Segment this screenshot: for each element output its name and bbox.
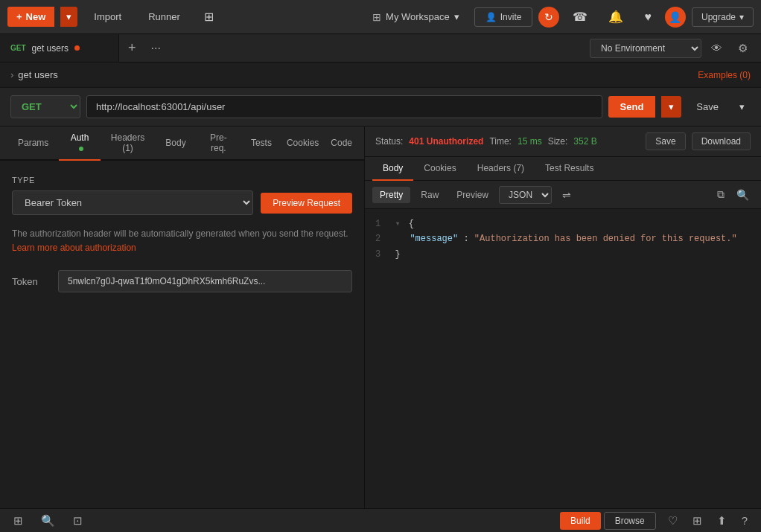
build-button[interactable]: Build — [560, 512, 601, 530]
status-label: Status: — [375, 136, 403, 147]
json-line-2: 2 "message" : "Authorization has been de… — [375, 231, 751, 246]
resp-tab-cookies[interactable]: Cookies — [413, 157, 466, 181]
response-status-bar: Status: 401 Unauthorized Time: 15 ms Siz… — [365, 126, 761, 157]
resp-tab-body[interactable]: Body — [372, 157, 413, 181]
save-dropdown-button[interactable]: ▾ — [733, 96, 751, 118]
search-body-button[interactable]: 🔍 — [732, 185, 754, 204]
type-label: TYPE — [12, 176, 352, 185]
avatar-button[interactable]: 👤 — [665, 7, 686, 28]
tab-more-button[interactable]: ··· — [145, 42, 167, 55]
breadcrumb-arrow: › — [10, 69, 13, 80]
tab-headers[interactable]: Headers (1) — [101, 126, 156, 161]
download-button[interactable]: Download — [692, 132, 751, 150]
tab-tests[interactable]: Tests — [241, 126, 282, 161]
bottom-console-button[interactable]: ⊡ — [67, 511, 89, 531]
url-input[interactable] — [86, 95, 602, 118]
json-line-3: 3 } — [375, 247, 751, 262]
tab-auth[interactable]: Auth — [59, 126, 100, 161]
left-panel: Params Auth Headers (1) Body Pre-req. Te… — [0, 126, 365, 510]
tab-body[interactable]: Body — [155, 126, 196, 161]
bottom-search-button[interactable]: 🔍 — [35, 511, 61, 531]
time-value: 15 ms — [518, 136, 542, 147]
bottom-grid-button[interactable]: ⊞ — [687, 511, 708, 531]
upgrade-label: Upgrade — [701, 12, 736, 22]
examples-link[interactable]: Examples (0) — [698, 70, 751, 80]
notification-icon-button[interactable]: 🔔 — [601, 5, 631, 28]
tab-prereq[interactable]: Pre-req. — [197, 126, 241, 161]
bottom-bar: ⊞ 🔍 ⊡ Build Browse ♡ ⊞ ⬆ ? — [0, 508, 761, 532]
url-bar: GET POST PUT DELETE Send ▾ Save ▾ — [0, 88, 761, 126]
favorites-icon-button[interactable]: ♥ — [637, 6, 659, 28]
layout-icon-button[interactable]: ⊞ — [197, 5, 221, 28]
sync-icon-button[interactable]: ↻ — [538, 7, 559, 28]
auth-type-select[interactable]: Bearer Token — [12, 190, 253, 215]
tabs-bar: GET get users + ··· No Environment 👁 ⚙ — [0, 34, 761, 63]
send-button[interactable]: Send — [608, 96, 656, 118]
user-icon-button[interactable]: ☎ — [565, 5, 595, 28]
workspace-chevron: ▾ — [454, 11, 459, 22]
breadcrumb-text: get users — [18, 69, 57, 80]
bottom-heart-button[interactable]: ♡ — [662, 511, 684, 531]
save-button[interactable]: Save — [687, 96, 727, 118]
resp-tab-test-results[interactable]: Test Results — [535, 157, 604, 181]
status-value: 401 Unauthorized — [409, 136, 483, 147]
method-select[interactable]: GET POST PUT DELETE — [10, 95, 80, 118]
new-label: New — [26, 11, 46, 22]
env-settings-button[interactable]: ⚙ — [732, 39, 754, 58]
request-tab[interactable]: GET get users — [0, 34, 119, 62]
new-dropdown-button[interactable]: ▾ — [60, 7, 77, 27]
new-tab-button[interactable]: + — [119, 34, 145, 62]
learn-more-link[interactable]: Learn more about authorization — [12, 243, 136, 253]
env-eye-button[interactable]: 👁 — [705, 39, 728, 57]
view-raw-button[interactable]: Raw — [413, 187, 446, 203]
auth-info-text: The authorization header will be automat… — [12, 227, 352, 255]
auth-panel: TYPE Bearer Token Preview Request The au… — [0, 161, 364, 510]
format-select[interactable]: JSON XML HTML — [499, 186, 552, 204]
token-label: Token — [12, 276, 49, 287]
time-label: Time: — [489, 136, 512, 147]
main-layout: Params Auth Headers (1) Body Pre-req. Te… — [0, 126, 761, 510]
tab-cookies[interactable]: Cookies — [282, 132, 323, 154]
collapse-icon-1[interactable]: ▾ — [395, 219, 400, 229]
bottom-layout-button[interactable]: ⊞ — [7, 511, 29, 531]
resp-tab-headers[interactable]: Headers (7) — [467, 157, 535, 181]
upgrade-chevron: ▾ — [739, 12, 744, 22]
environment-select[interactable]: No Environment — [590, 39, 701, 58]
new-button[interactable]: + New — [7, 7, 54, 27]
workspace-button[interactable]: ⊞ My Workspace ▾ — [363, 7, 468, 28]
tab-unsaved-dot — [74, 45, 80, 51]
wrap-btn[interactable]: ⇌ — [555, 186, 579, 204]
tab-name: get users — [32, 43, 69, 54]
runner-button[interactable]: Runner — [138, 7, 191, 27]
tab-method-tag: GET — [10, 44, 26, 52]
bottom-help-button[interactable]: ? — [736, 511, 754, 530]
plus-icon: + — [16, 11, 22, 22]
size-value: 352 B — [573, 136, 596, 147]
token-input[interactable] — [58, 270, 352, 292]
invite-icon: 👤 — [485, 12, 497, 22]
tab-params[interactable]: Params — [7, 126, 59, 161]
response-tabs: Body Cookies Headers (7) Test Results — [365, 157, 761, 181]
breadcrumb-bar: › get users Examples (0) — [0, 63, 761, 88]
size-label: Size: — [548, 136, 568, 147]
preview-request-button[interactable]: Preview Request — [261, 193, 352, 214]
import-button[interactable]: Import — [83, 7, 132, 27]
top-nav: + New ▾ Import Runner ⊞ ⊞ My Workspace ▾… — [0, 0, 761, 34]
json-line-1: 1 ▾ { — [375, 217, 751, 231]
view-pretty-button[interactable]: Pretty — [372, 187, 410, 203]
response-body-toolbar: Pretty Raw Preview JSON XML HTML ⇌ ⧉ 🔍 — [365, 181, 761, 209]
send-dropdown-button[interactable]: ▾ — [661, 96, 681, 118]
upgrade-button[interactable]: Upgrade ▾ — [692, 7, 754, 27]
json-viewer: 1 ▾ { 2 "message" : "Authorization has b… — [365, 209, 761, 510]
copy-button[interactable]: ⧉ — [713, 185, 729, 204]
save-response-button[interactable]: Save — [646, 132, 685, 150]
token-row: Token — [12, 270, 352, 292]
right-panel: Status: 401 Unauthorized Time: 15 ms Siz… — [365, 126, 761, 510]
invite-button[interactable]: 👤 Invite — [474, 7, 533, 27]
browse-button[interactable]: Browse — [604, 512, 656, 530]
request-tabs: Params Auth Headers (1) Body Pre-req. Te… — [0, 126, 364, 161]
workspace-label: My Workspace — [386, 11, 450, 22]
tab-code[interactable]: Code — [326, 132, 357, 154]
bottom-share-button[interactable]: ⬆ — [711, 511, 733, 531]
view-preview-button[interactable]: Preview — [449, 187, 496, 203]
